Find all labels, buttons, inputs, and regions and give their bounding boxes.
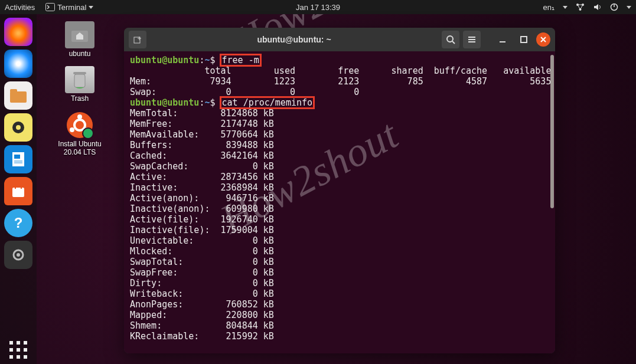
scrollbar-thumb[interactable] [550,55,554,208]
meminfo-output: MemTotal: 8124868 kB MemFree: 2174748 kB… [130,108,274,342]
svg-point-9 [16,125,21,130]
new-tab-icon [133,35,142,44]
app-menu-label: Terminal [57,3,86,12]
svg-rect-33 [521,37,527,42]
gear-icon [9,246,27,264]
highlighted-command-cat-meminfo: cat /proc/meminfo [221,97,314,108]
window-minimize-button[interactable] [494,31,511,48]
folder-icon [9,88,27,103]
svg-rect-7 [10,89,17,93]
svg-rect-6 [10,91,27,103]
app-menu-terminal[interactable]: Terminal [45,3,93,12]
search-icon [446,35,455,44]
desktop-icons: ubuntu Trash Install Ubuntu 20.04 LTS [47,21,112,157]
hamburger-menu-button[interactable] [463,31,481,48]
svg-line-28 [452,41,455,44]
free-output-mem: Mem: 7934 1223 2123 785 4587 5635 [130,76,551,87]
shopping-bag-icon [11,184,26,198]
dock-app-help[interactable]: ? [4,209,32,237]
maximize-icon [520,35,528,44]
dock-app-rhythmbox[interactable] [4,113,32,142]
svg-point-16 [17,253,20,257]
svg-rect-14 [12,188,24,197]
svg-rect-10 [12,152,24,166]
close-icon [540,36,547,43]
terminal-window: ubuntu@ubuntu: ~ ubuntu@ubuntu:~$ free -… [124,28,555,353]
window-close-button[interactable] [536,32,550,47]
dock-app-libreoffice-writer[interactable] [4,145,32,173]
network-icon[interactable] [576,3,585,11]
hamburger-icon [467,35,477,44]
svg-point-27 [447,36,453,42]
highlighted-command-free: free -m [221,55,260,65]
free-output-header: total used free shared buff/cache availa… [130,65,551,76]
trash-icon [71,70,88,90]
ubuntu-logo-icon [67,112,93,138]
desktop-icon-install-ubuntu[interactable]: Install Ubuntu 20.04 LTS [58,112,101,157]
show-applications-button[interactable] [4,336,32,364]
activities-button[interactable]: Activities [5,3,35,12]
svg-point-21 [77,114,82,119]
desktop-icon-label: Install Ubuntu 20.04 LTS [58,140,101,157]
document-icon [10,150,27,168]
desktop-icon-label: ubuntu [69,50,91,58]
search-button[interactable] [442,31,459,48]
new-tab-button[interactable] [129,31,146,48]
svg-rect-19 [73,72,86,74]
minimize-icon [498,35,507,44]
speaker-icon [11,120,26,135]
terminal-output[interactable]: ubuntu@ubuntu:~$ free -m total used free… [124,51,555,353]
dock-app-files[interactable] [4,81,32,110]
chevron-down-icon [563,6,567,9]
prompt-user: ubuntu@ubuntu [130,55,199,65]
terminal-titlebar[interactable]: ubuntu@ubuntu: ~ [124,28,555,51]
dock-app-firefox[interactable] [4,18,32,46]
svg-rect-18 [74,74,85,87]
gnome-top-bar: Activities Terminal Jan 17 13:39 en₁ [0,0,636,14]
dock-app-thunderbird[interactable] [4,50,32,78]
input-language-indicator[interactable]: en₁ [543,3,555,12]
home-folder-icon [71,28,89,42]
dock-app-ubuntu-software[interactable] [4,177,32,205]
svg-point-20 [74,120,85,130]
dock-app-settings[interactable] [4,241,32,269]
desktop-icon-trash[interactable]: Trash [65,66,94,103]
svg-rect-0 [46,4,55,11]
clock[interactable]: Jan 17 13:39 [296,3,340,12]
chevron-down-icon [627,6,631,9]
terminal-icon [45,3,55,11]
power-icon[interactable] [610,3,618,11]
prompt-char: $ [210,97,215,108]
desktop-icon-home[interactable]: ubuntu [65,21,94,58]
desktop-icon-label: Trash [71,94,89,103]
window-maximize-button[interactable] [515,31,533,48]
svg-point-23 [85,127,90,132]
window-title: ubuntu@ubuntu: ~ [150,35,438,44]
svg-rect-11 [14,155,20,159]
svg-point-22 [70,127,74,132]
free-output-swap: Swap: 0 0 0 [130,87,359,97]
dock: ? [0,14,37,364]
chevron-down-icon [89,6,93,9]
prompt-char: $ [210,55,215,65]
volume-icon[interactable] [593,3,602,11]
prompt-user: ubuntu@ubuntu [130,97,199,108]
